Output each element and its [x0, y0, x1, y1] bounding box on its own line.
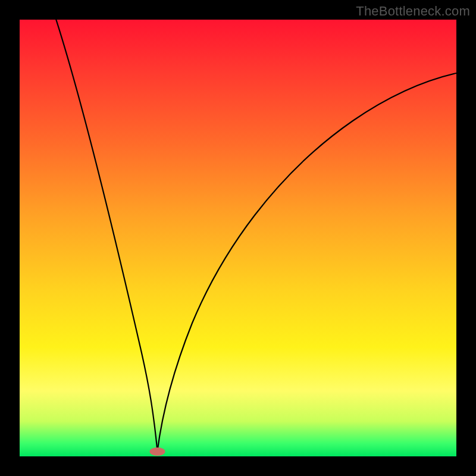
curve-right: [158, 73, 457, 451]
plot-area: [20, 20, 456, 456]
chart-frame: TheBottleneck.com: [0, 0, 476, 476]
minimum-marker: [150, 447, 165, 456]
watermark-label: TheBottleneck.com: [356, 4, 470, 19]
curve-left: [48, 0, 158, 451]
bottleneck-curve: [20, 20, 456, 456]
